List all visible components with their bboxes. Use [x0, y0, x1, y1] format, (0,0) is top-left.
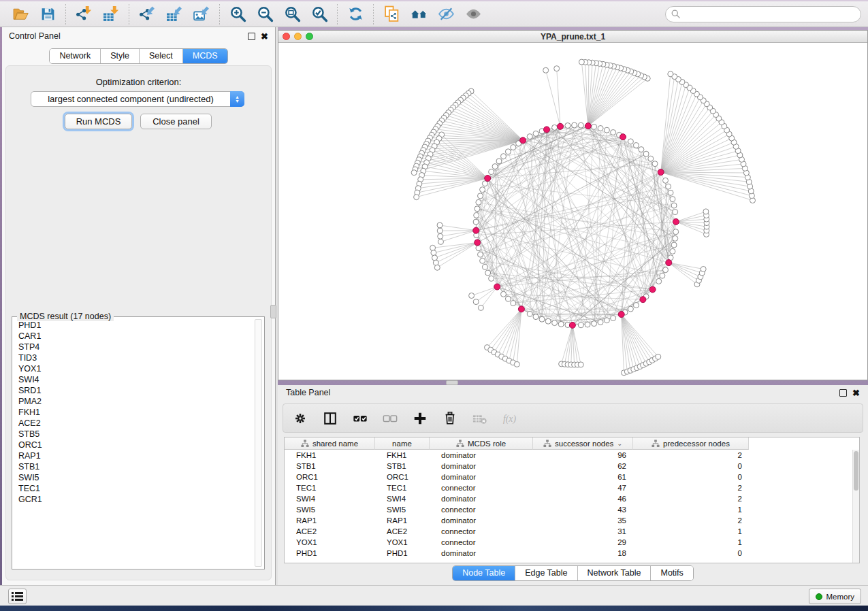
network-canvas[interactable]: [278, 43, 867, 380]
mcds-result-item[interactable]: TEC1: [14, 483, 253, 494]
run-mcds-button[interactable]: Run MCDS: [65, 114, 132, 129]
close-panel-button[interactable]: Close panel: [140, 114, 212, 129]
cell-predecessor-nodes: 1: [633, 526, 749, 537]
task-history-button[interactable]: [8, 589, 27, 604]
open-file-button[interactable]: [7, 3, 34, 26]
mcds-result-item[interactable]: TID3: [14, 352, 253, 363]
cell-shared-name: YOX1: [285, 537, 375, 548]
memory-button[interactable]: Memory: [809, 589, 861, 604]
cell-predecessor-nodes: 2: [633, 482, 749, 493]
zoom-in-button[interactable]: [224, 3, 251, 26]
mcds-result-item[interactable]: SWI4: [14, 374, 253, 385]
mcds-result-item[interactable]: STP4: [14, 342, 253, 352]
save-session-button[interactable]: [34, 3, 61, 26]
mcds-result-list[interactable]: PHD1CAR1STP4TID3YOX1SWI4SRD1PMA2FKH1ACE2…: [14, 320, 253, 567]
table-row[interactable]: ACE2ACE2connector311: [285, 526, 852, 537]
tab-motifs[interactable]: Motifs: [651, 566, 692, 580]
float-table-panel-icon[interactable]: [839, 389, 847, 397]
mcds-result-item[interactable]: PHD1: [14, 320, 253, 331]
zoom-selected-icon: [311, 5, 328, 22]
tab-edge-table[interactable]: Edge Table: [515, 566, 577, 580]
mcds-result-item[interactable]: FKH1: [14, 407, 253, 418]
mcds-result-item[interactable]: ORC1: [14, 440, 253, 450]
mcds-result-item[interactable]: SWI5: [14, 472, 253, 483]
table-scrollbar-thumb[interactable]: [854, 451, 858, 491]
column-header-successor-nodes[interactable]: successor nodes⌄: [533, 437, 633, 450]
table-row[interactable]: YOX1YOX1connector291: [285, 537, 852, 548]
table-row[interactable]: FKH1FKH1dominator962: [285, 450, 852, 461]
mcds-list-scrollbar[interactable]: [255, 319, 262, 567]
table-row[interactable]: RAP1RAP1dominator352: [285, 515, 852, 526]
column-label: predecessor nodes: [663, 440, 730, 448]
table-settings-button[interactable]: [293, 411, 308, 426]
cell-shared-name: ORC1: [285, 472, 375, 482]
show-columns-button[interactable]: [323, 411, 338, 426]
export-network-button[interactable]: [133, 3, 161, 26]
select-all-rows-button[interactable]: [353, 411, 368, 426]
table-row[interactable]: ORC1ORC1dominator610: [285, 472, 852, 482]
table-row[interactable]: STB1STB1dominator620: [285, 461, 852, 472]
delete-column-button[interactable]: [443, 411, 457, 426]
horizontal-splitter-handle[interactable]: [446, 380, 458, 385]
deselect-all-rows-button[interactable]: [383, 411, 398, 426]
table-row[interactable]: PHD1PHD1dominator180: [285, 548, 852, 559]
table-row[interactable]: SWI5SWI5connector431: [285, 504, 852, 515]
close-table-panel-icon[interactable]: ✖: [852, 389, 860, 397]
cell-predecessor-nodes: 2: [633, 493, 749, 504]
import-network-icon: [76, 5, 93, 22]
float-panel-icon[interactable]: [248, 33, 255, 40]
task-list-icon: [12, 591, 23, 601]
column-header-shared-name[interactable]: shared name: [285, 437, 375, 450]
table-scrollbar[interactable]: [852, 450, 859, 563]
cell-shared-name: PHD1: [285, 548, 375, 559]
show-all-button[interactable]: [460, 3, 487, 26]
mcds-result-item[interactable]: RAP1: [14, 450, 253, 461]
mcds-result-item[interactable]: SRD1: [14, 385, 253, 396]
import-table-button[interactable]: [97, 3, 125, 26]
tab-node-table[interactable]: Node Table: [453, 566, 515, 580]
vertical-splitter-handle[interactable]: [270, 305, 276, 318]
zoom-out-button[interactable]: [251, 3, 278, 26]
tab-network[interactable]: Network: [50, 49, 101, 63]
refresh-layout-button[interactable]: [342, 3, 369, 26]
cell-successor-nodes: 46: [533, 493, 633, 504]
cell-successor-nodes: 96: [533, 450, 633, 461]
hide-selected-button[interactable]: [432, 3, 460, 26]
add-column-button[interactable]: [413, 411, 428, 426]
cell-successor-nodes: 43: [533, 504, 633, 515]
zoom-fit-button[interactable]: [278, 3, 306, 26]
criterion-dropdown[interactable]: largest connected component (undirected)…: [31, 91, 244, 107]
mcds-result-item[interactable]: STB1: [14, 461, 253, 472]
mcds-result-item[interactable]: PMA2: [14, 396, 253, 407]
mcds-result-item[interactable]: CAR1: [14, 331, 253, 342]
mcds-result-item[interactable]: STB5: [14, 429, 253, 440]
dropdown-stepper-icon: ▲▼: [230, 91, 244, 107]
tab-mcds[interactable]: MCDS: [183, 49, 227, 63]
mcds-result-item[interactable]: ACE2: [14, 418, 253, 429]
tab-style[interactable]: Style: [101, 49, 140, 63]
zoom-selected-button[interactable]: [306, 3, 333, 26]
export-image-button[interactable]: [188, 3, 215, 26]
cell-shared-name: TEC1: [285, 482, 375, 493]
import-network-button[interactable]: [70, 3, 97, 26]
mcds-result-groupbox: MCDS result (17 nodes) PHD1CAR1STP4TID3Y…: [12, 316, 265, 569]
cell-predecessor-nodes: 2: [633, 515, 749, 526]
tab-select[interactable]: Select: [140, 49, 183, 63]
column-header-name[interactable]: name: [375, 437, 430, 450]
clone-network-button[interactable]: [378, 3, 405, 26]
close-panel-icon[interactable]: ✖: [261, 33, 268, 40]
toolbar-separator: [373, 4, 374, 24]
cell-successor-nodes: 61: [533, 472, 633, 482]
table-row[interactable]: SWI4SWI4dominator462: [285, 493, 852, 504]
column-header-predecessor-nodes[interactable]: predecessor nodes: [633, 437, 749, 450]
search-input[interactable]: [665, 6, 861, 22]
export-table-button[interactable]: [161, 3, 188, 26]
first-neighbors-button[interactable]: [405, 3, 432, 26]
mcds-result-item[interactable]: YOX1: [14, 363, 253, 374]
desktop-background-strip: [0, 606, 868, 611]
tab-network-table[interactable]: Network Table: [578, 566, 652, 580]
cell-MCDS-role: connector: [430, 482, 533, 493]
mcds-result-item[interactable]: GCR1: [14, 494, 253, 505]
column-header-MCDS-role[interactable]: MCDS role: [430, 437, 533, 450]
table-row[interactable]: TEC1TEC1connector472: [285, 482, 852, 493]
